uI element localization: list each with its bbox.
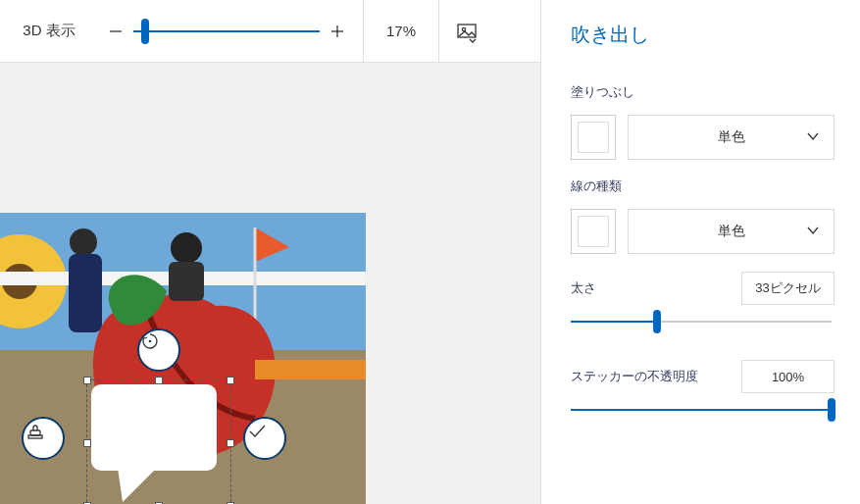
resize-handle-e[interactable] [227,439,234,447]
svg-point-4 [462,27,465,30]
zoom-slider[interactable] [133,14,320,49]
thickness-slider[interactable] [571,313,832,330]
plus-icon [329,24,345,39]
resize-handle-ne[interactable] [227,377,234,384]
fill-mode-dropdown[interactable]: 単色 [628,115,835,160]
svg-rect-16 [255,360,366,379]
svg-rect-15 [169,262,204,301]
selection-box[interactable] [86,379,231,504]
minus-icon [108,24,124,39]
resize-handle-w[interactable] [83,439,91,447]
zoom-in-button[interactable] [320,14,355,49]
rotate-icon [139,330,161,352]
zoom-out-button[interactable] [98,14,133,49]
properties-panel: 吹き出し 塗りつぶし 単色 線の種類 単色 太さ 33ピクセル ステッカーの不透… [540,0,860,504]
canvas[interactable] [0,213,366,504]
fill-mode-value: 単色 [718,128,745,146]
fill-section-label: 塗りつぶし [571,83,835,101]
line-swatch[interactable] [571,209,616,254]
toolbar-divider [438,0,439,63]
rotate-button[interactable] [137,328,180,372]
svg-point-12 [70,228,97,256]
stamp-button[interactable] [22,417,65,460]
fill-swatch[interactable] [571,115,616,160]
check-icon [245,419,269,442]
svg-point-14 [171,232,202,264]
opacity-value-input[interactable]: 100% [741,360,835,393]
resize-handle-n[interactable] [155,377,163,384]
thickness-label: 太さ [571,279,596,297]
svg-rect-13 [69,254,102,332]
commit-button[interactable] [243,417,286,460]
opacity-slider[interactable] [571,401,832,419]
svg-rect-21 [30,430,40,435]
stamp-icon [24,419,47,442]
view-3d-button[interactable]: 3D 表示 [0,0,98,62]
line-mode-dropdown[interactable]: 単色 [628,209,835,254]
opacity-label: ステッカーの不透明度 [571,368,698,385]
picture-icon [455,20,479,43]
resize-handle-nw[interactable] [83,377,91,384]
canvas-panel [0,63,540,504]
chevron-down-icon [806,129,820,146]
chevron-down-icon [806,224,820,240]
thickness-value-input[interactable]: 33ピクセル [741,272,835,305]
canvas-view-button[interactable] [447,12,486,51]
svg-point-19 [149,340,152,343]
toolbar-divider [363,0,364,63]
zoom-percent-label: 17% [372,23,430,39]
line-section-label: 線の種類 [571,177,835,195]
panel-title: 吹き出し [571,22,835,48]
line-mode-value: 単色 [718,223,745,240]
